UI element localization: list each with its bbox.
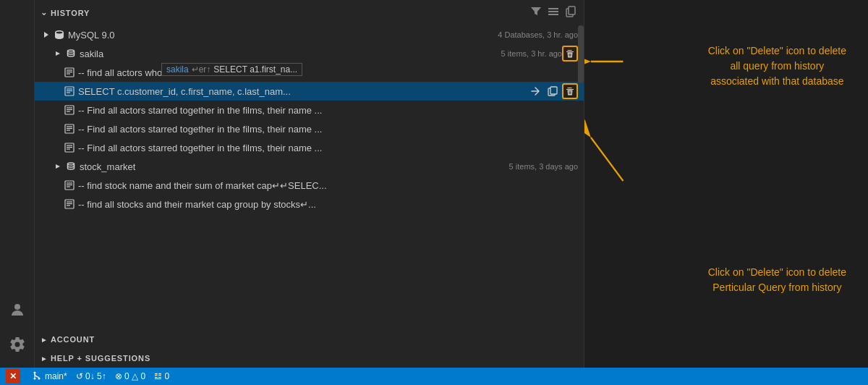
chevron-sakila-icon (52, 48, 64, 59)
chevron-open-icon (41, 29, 52, 41)
status-x-icon: ✕ (6, 369, 20, 384)
status-errors[interactable]: ⊗ 0 △ 0 (115, 371, 145, 381)
svg-rect-2 (548, 11, 558, 12)
list-view-icon[interactable] (546, 4, 561, 21)
stock-market-label: stock_market (80, 161, 505, 172)
chevron-stock-icon (52, 161, 64, 172)
svg-point-40 (34, 371, 36, 373)
svg-point-6 (68, 50, 75, 52)
account-icon[interactable] (3, 295, 32, 324)
history-tree: MySQL 9.0 4 Databases, 3 hr. ago sakila … (35, 25, 584, 330)
bottom-annotation-text: Click on "Delete" icon to delete Perticu… (708, 265, 846, 295)
svg-point-0 (14, 304, 20, 310)
sakila-db-item[interactable]: sakila 5 items, 3 hr. ago (35, 44, 584, 63)
filter-icon[interactable] (529, 4, 543, 21)
query-1-delete-button[interactable] (562, 83, 578, 99)
settings-icon[interactable] (3, 330, 32, 359)
query-label-4: -- Find all actors starred together in t… (78, 143, 578, 153)
query-icon-0 (64, 67, 75, 78)
svg-point-41 (34, 377, 36, 379)
activity-bar (0, 0, 35, 368)
errors-text: ⊗ 0 △ 0 (115, 371, 145, 381)
status-signal[interactable]: 𝌭 0 (154, 371, 169, 381)
query-label-1: SELECT c.customer_id, c.first_name, c.la… (78, 86, 527, 97)
status-sync[interactable]: ↺ 0↓ 5↑ (76, 371, 106, 381)
stock-query-item-1[interactable]: -- find all stocks and their market cap … (35, 195, 584, 213)
history-header-left: ⌄ HISTORY (41, 8, 90, 17)
query-1-open-button[interactable] (527, 83, 543, 99)
top-annotation-text: Click on "Delete" icon to delete all que… (708, 43, 846, 89)
svg-rect-5 (569, 7, 575, 14)
query-item-2[interactable]: -- Find all actors starred together in t… (35, 101, 584, 119)
history-label: HISTORY (51, 9, 90, 17)
query-item-3[interactable]: -- Find all actors starred together in t… (35, 119, 584, 138)
copy-all-icon[interactable] (563, 4, 578, 21)
query-1-actions (527, 83, 578, 99)
branch-name: main* (45, 371, 67, 381)
query-icon-1 (64, 85, 75, 97)
sakila-actions (562, 46, 578, 62)
mysql-icon (54, 29, 65, 41)
query-icon-4 (64, 142, 75, 153)
svg-rect-1 (548, 8, 558, 9)
query-icon-3 (64, 123, 75, 135)
help-section[interactable]: ► HELP + SUGGESTIONS (35, 349, 584, 368)
svg-rect-3 (548, 14, 558, 15)
help-label: HELP + SUGGESTIONS (51, 354, 150, 363)
sync-text: ↺ 0↓ 5↑ (76, 371, 106, 381)
sidebar-panel: ⌄ HISTORY (35, 0, 584, 368)
query-label-2: -- Find all actors starred together in t… (78, 105, 578, 116)
history-section-header[interactable]: ⌄ HISTORY (35, 0, 584, 25)
svg-point-29 (68, 163, 75, 165)
stock-query-icon-0 (64, 179, 75, 191)
query-item-1[interactable]: SELECT c.customer_id, c.first_name, c.la… (35, 82, 584, 101)
query-1-copy-button[interactable] (545, 83, 561, 99)
db-icon (65, 48, 77, 59)
top-annotation: Click on "Delete" icon to delete all que… (708, 43, 846, 89)
chevron-down-icon: ⌄ (41, 8, 48, 17)
signal-text: 𝌭 0 (154, 371, 169, 381)
stock-market-db-item[interactable]: stock_market 5 items, 3 days ago (35, 157, 584, 176)
account-label: ACCOUNT (51, 335, 95, 344)
query-item-0[interactable]: -- find all actors who filmed sakila ↵er… (35, 63, 584, 82)
stock-query-label-0: -- find stock name and their sum of mark… (78, 180, 578, 191)
annotation-area: Click on "Delete" icon to delete all que… (584, 0, 868, 368)
mysql-label: MySQL 9.0 (68, 30, 493, 41)
svg-rect-16 (550, 87, 557, 94)
query-icon-2 (64, 104, 75, 116)
git-branch-icon (32, 371, 42, 383)
query-item-4[interactable]: -- Find all actors starred together in t… (35, 138, 584, 157)
sakila-delete-button[interactable] (562, 46, 578, 62)
history-toolbar (529, 4, 578, 21)
stock-db-icon (65, 161, 77, 172)
scrollbar-track (578, 25, 584, 330)
mysql-meta: 4 Databases, 3 hr. ago (498, 30, 578, 39)
status-bar: ✕ main* ↺ 0↓ 5↑ ⊗ 0 △ 0 𝌭 0 (0, 368, 868, 385)
svg-point-42 (38, 377, 41, 379)
scrollbar-thumb[interactable] (578, 25, 584, 83)
status-branch[interactable]: main* (32, 371, 67, 383)
query-label-0: -- find all actors who filmed (78, 67, 578, 78)
mysql-connection-item[interactable]: MySQL 9.0 4 Databases, 3 hr. ago (35, 25, 584, 44)
stock-query-label-1: -- find all stocks and their market cap … (78, 199, 578, 210)
query-label-3: -- Find all actors starred together in t… (78, 124, 578, 135)
account-section[interactable]: ► ACCOUNT (35, 330, 584, 349)
bottom-annotation: Click on "Delete" icon to delete Perticu… (708, 265, 846, 295)
stock-query-item-0[interactable]: -- find stock name and their sum of mark… (35, 176, 584, 195)
stock-market-meta: 5 items, 3 days ago (509, 162, 578, 171)
sakila-meta: 5 items, 3 hr. ago (501, 49, 562, 58)
sakila-label: sakila (80, 48, 497, 59)
stock-query-icon-1 (64, 198, 75, 210)
